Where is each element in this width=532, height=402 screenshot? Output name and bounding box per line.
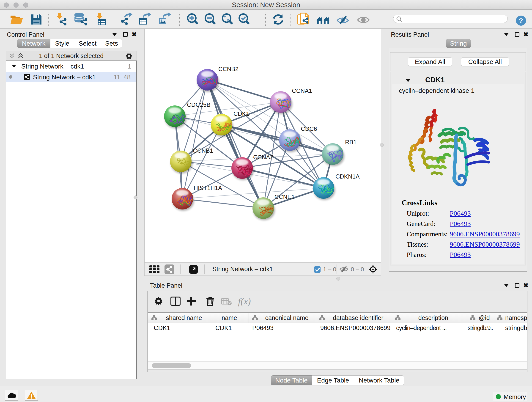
svg-text:CDKN1A: CDKN1A <box>336 173 360 180</box>
svg-text:CDK1: CDK1 <box>234 110 249 117</box>
svg-text:CCNE1: CCNE1 <box>274 193 295 200</box>
svg-text:CDC6: CDC6 <box>301 125 317 132</box>
svg-text:CCNB1: CCNB1 <box>193 147 213 154</box>
svg-text:HIST1H1A: HIST1H1A <box>194 185 222 191</box>
svg-text:CCNA2: CCNA2 <box>253 154 273 161</box>
svg-text:?: ? <box>519 17 523 24</box>
svg-text:CCNA1: CCNA1 <box>292 87 312 94</box>
svg-text:CCNB2: CCNB2 <box>218 65 239 72</box>
svg-text:CDC25B: CDC25B <box>187 101 210 108</box>
svg-text:RB1: RB1 <box>345 139 357 146</box>
